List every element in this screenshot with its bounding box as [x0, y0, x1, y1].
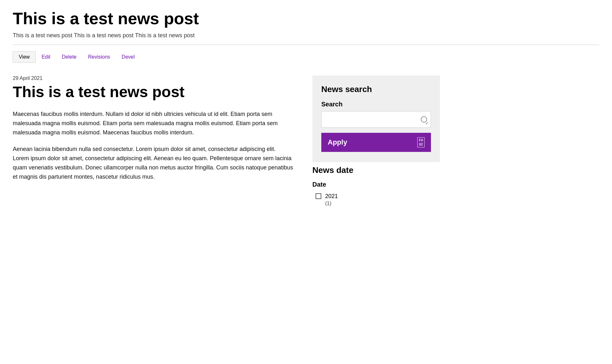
tab-view[interactable]: View	[13, 51, 36, 63]
article-paragraph-2: Aenean lacinia bibendum nulla sed consec…	[13, 145, 293, 181]
article-date: 29 April 2021	[13, 75, 293, 81]
date-count: (1)	[325, 200, 338, 207]
apply-button-label: Apply	[328, 138, 347, 146]
tab-edit[interactable]: Edit	[36, 52, 56, 62]
date-year: 2021	[325, 193, 338, 199]
date-label: Date	[312, 181, 440, 188]
search-input[interactable]	[321, 111, 431, 128]
tab-delete[interactable]: Delete	[56, 52, 82, 62]
content-layout: 29 April 2021 This is a test news post M…	[13, 75, 599, 207]
article-paragraph-1: Maecenas faucibus mollis interdum. Nulla…	[13, 110, 293, 137]
news-date-section: News date Date 2021 (1)	[312, 165, 440, 207]
apply-button[interactable]: Apply F002	[321, 133, 431, 152]
main-content: 29 April 2021 This is a test news post M…	[13, 75, 293, 189]
article-title: This is a test news post	[13, 84, 293, 101]
article-body: Maecenas faucibus mollis interdum. Nulla…	[13, 110, 293, 182]
page-title: This is a test news post	[13, 10, 599, 28]
tab-revisions[interactable]: Revisions	[82, 52, 116, 62]
page-subtitle: This is a test news post This is a test …	[13, 32, 599, 39]
sidebar: News search Search Apply F002 News date …	[312, 75, 440, 207]
date-option-text: 2021 (1)	[325, 193, 338, 207]
search-input-wrapper	[321, 111, 431, 128]
date-option: 2021 (1)	[312, 193, 440, 207]
date-checkbox-2021[interactable]	[316, 193, 321, 199]
search-icon	[421, 116, 427, 123]
divider	[13, 45, 599, 45]
news-date-title: News date	[312, 165, 440, 175]
tabs-nav: View Edit Delete Revisions Devel	[13, 51, 599, 63]
tab-devel[interactable]: Devel	[116, 52, 141, 62]
search-label: Search	[321, 101, 431, 108]
news-search-section: News search Search Apply F002	[312, 75, 440, 162]
apply-button-icon: F002	[417, 137, 425, 147]
news-search-title: News search	[321, 84, 431, 94]
page-wrapper: This is a test news post This is a test …	[0, 0, 612, 216]
